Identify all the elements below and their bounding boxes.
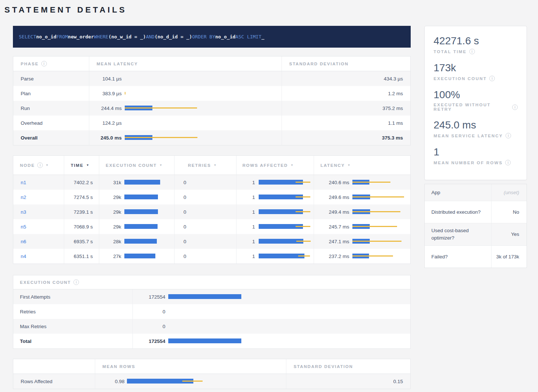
rows-affected-value: 1 xyxy=(239,209,255,215)
rows-affected-bar xyxy=(259,224,314,229)
row-label-cell: Rows Affected xyxy=(13,374,95,389)
side-panel: 42271.6 sTOTAL TIMEi173kEXECUTION COUNTi… xyxy=(424,26,527,268)
attribute-label: Failed? xyxy=(425,246,491,268)
layout: SELECT no_o_id FROM new_order WHERE (no_… xyxy=(13,26,538,389)
sort-caret-icon[interactable]: ▼ xyxy=(290,164,294,167)
stdev-line xyxy=(352,241,401,242)
latency-cell: 249.4 ms xyxy=(314,204,410,219)
table-row: n17402.2 s31k01240.6 ms xyxy=(13,175,410,190)
info-icon[interactable]: i xyxy=(469,49,475,54)
stat-label-text: MEAN SERVICE LATENCY xyxy=(434,134,503,138)
table-row: n66935.7 s28k01247.1 ms xyxy=(13,234,410,249)
execution-count-cell: 27k xyxy=(99,249,175,264)
node-link[interactable]: n4 xyxy=(21,254,26,259)
node-link[interactable]: n3 xyxy=(21,209,26,215)
table-row: Total172554 xyxy=(13,334,410,348)
execution-count-value: 29k xyxy=(102,195,121,200)
rows-affected-value: 1 xyxy=(239,254,255,259)
stat-label: TOTAL TIMEi xyxy=(434,49,518,54)
latency-cell: 249.6 ms xyxy=(314,190,410,204)
table-row: Rows Affected0.980.15 xyxy=(13,374,410,389)
sort-caret-icon[interactable]: ▼ xyxy=(348,164,351,167)
execution-value-cell: 0 xyxy=(132,319,410,334)
column-header-rows-affected[interactable]: ROWS AFFECTED▼ xyxy=(236,156,314,175)
mean-latency-value: 245.0 ms xyxy=(92,135,122,141)
mean-bar xyxy=(168,338,241,343)
execution-count-bar xyxy=(124,239,175,244)
execution-count-cell: 29k xyxy=(99,204,175,219)
execution-value-cell: 172554 xyxy=(132,334,410,348)
rows-affected-cell: 1 xyxy=(236,204,314,219)
table-row: First Attempts172554 xyxy=(13,289,410,304)
rows-affected-bar xyxy=(259,195,314,200)
latency-value: 245.7 ms xyxy=(317,224,349,230)
execution-value: 0 xyxy=(136,324,165,329)
info-icon[interactable]: i xyxy=(41,61,47,66)
execution-value: 172554 xyxy=(136,294,165,300)
info-icon[interactable]: i xyxy=(506,133,511,138)
summary-stat: 1MEAN NUMBER OF ROWSi xyxy=(434,146,518,165)
stdev-line xyxy=(125,137,197,138)
node-link[interactable]: n5 xyxy=(21,224,26,230)
sort-caret-icon[interactable]: ▼ xyxy=(159,164,163,167)
stdev-line xyxy=(298,255,310,257)
stdev-line xyxy=(352,211,400,212)
standard-deviation-cell: 1.1 ms xyxy=(282,116,410,130)
latency-value: 247.1 ms xyxy=(317,239,349,244)
column-header-execution-count[interactable]: EXECUTION COUNT▼ xyxy=(99,156,175,175)
node-link[interactable]: n6 xyxy=(21,239,26,244)
summary-stat: 100%EXECUTED WITHOUT RETRYi xyxy=(434,89,518,111)
node-link[interactable]: n2 xyxy=(21,195,26,200)
sort-caret-icon[interactable]: ▼ xyxy=(86,164,90,167)
column-header-node[interactable]: NODEi▼ xyxy=(13,156,64,175)
node-link[interactable]: n1 xyxy=(21,180,26,185)
standard-deviation-cell: 0.15 xyxy=(286,374,410,389)
table-row: n46351.1 s27k01237.2 ms xyxy=(13,249,410,264)
mean-latency-cell: 383.9 µs xyxy=(89,86,282,101)
info-icon[interactable]: i xyxy=(512,104,518,110)
column-header-time[interactable]: TIME▼ xyxy=(64,156,99,175)
sql-keyword: FROM xyxy=(56,34,68,39)
time-cell: 6935.7 s xyxy=(64,234,99,249)
sql-identifier: (no_d_id = _) xyxy=(155,34,192,39)
phase-name-cell: Parse xyxy=(13,71,89,86)
column-header-retries[interactable]: RETRIES▼ xyxy=(174,156,236,175)
node-cell: n3 xyxy=(13,204,64,219)
info-icon[interactable]: i xyxy=(37,162,43,168)
sort-caret-icon[interactable]: ▼ xyxy=(214,164,217,167)
info-icon[interactable]: i xyxy=(505,160,511,165)
latency-cell: 245.7 ms xyxy=(314,219,410,234)
sql-identifier: _ xyxy=(262,34,265,39)
column-label: PHASE xyxy=(21,62,39,66)
latency-bar xyxy=(125,120,282,125)
stat-label: MEAN SERVICE LATENCYi xyxy=(434,133,518,138)
sort-caret-icon[interactable]: ▼ xyxy=(45,164,49,167)
execution-count-value: 28k xyxy=(102,239,121,244)
column-label: TIME xyxy=(71,163,84,168)
summary-stat: 173kEXECUTION COUNTi xyxy=(434,62,518,81)
info-icon[interactable]: i xyxy=(489,76,495,81)
column-header-latency[interactable]: LATENCY▼ xyxy=(314,156,410,175)
stdev-line xyxy=(296,211,310,212)
attribute-row: Used cost-based optimizer?Yes xyxy=(425,223,527,245)
column-header-standard-deviation: STANDARD DEVIATION xyxy=(286,359,410,374)
mean-latency-cell: 244.4 ms xyxy=(89,101,282,116)
stat-label-text: TOTAL TIME xyxy=(434,49,467,54)
time-cell: 6351.1 s xyxy=(64,249,99,264)
latency-bar xyxy=(125,76,282,81)
latency-cell: 240.6 ms xyxy=(314,175,410,190)
table-row: Max Retries0 xyxy=(13,319,410,334)
rows-affected-value: 1 xyxy=(239,180,255,185)
execution-count-bar xyxy=(124,254,175,259)
execution-count-bar xyxy=(124,180,175,185)
retries-cell: 0 xyxy=(174,219,236,234)
column-label: STANDARD DEVIATION xyxy=(289,62,349,66)
execution-value-cell: 0 xyxy=(132,304,410,319)
info-icon[interactable]: i xyxy=(73,279,79,285)
mean-bar xyxy=(124,239,157,244)
stdev-line xyxy=(296,241,311,242)
latency-value: 237.2 ms xyxy=(317,254,349,259)
mean-rows-bar xyxy=(127,379,286,384)
stat-label-text: EXECUTION COUNT xyxy=(434,76,487,81)
execution-label-cell: Total xyxy=(13,334,132,348)
